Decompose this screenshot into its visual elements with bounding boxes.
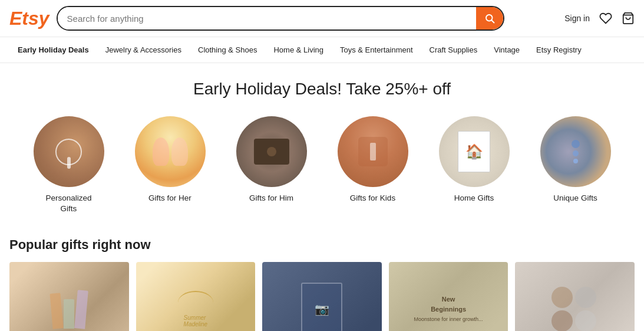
category-personalized-label: PersonalizedGifts	[45, 193, 91, 214]
product-bookmarks-image	[9, 262, 129, 331]
nav-item-clothing[interactable]: Clothing & Shoes	[190, 37, 265, 63]
gift-categories: PersonalizedGifts Gifts for Her Gifts fo…	[0, 104, 644, 231]
nav-item-toys[interactable]: Toys & Entertainment	[332, 37, 421, 63]
main-nav: Early Holiday Deals Jewelry & Accessorie…	[0, 37, 644, 63]
category-personalized-image	[34, 116, 104, 187]
wishlist-button[interactable]	[599, 12, 612, 25]
category-gifts-him-label: Gifts for Him	[249, 193, 293, 204]
wallet-decoration	[254, 139, 289, 165]
header-actions: Sign in	[564, 12, 635, 25]
sign-in-button[interactable]: Sign in	[564, 14, 590, 23]
nav-item-jewelry[interactable]: Jewelry & Accessories	[97, 37, 190, 63]
product-card-bookmarks[interactable]	[9, 262, 129, 331]
nav-item-home-living[interactable]: Home & Living	[265, 37, 332, 63]
product-frame-image: 📷	[262, 262, 382, 331]
category-home-gifts[interactable]: 🏠 Home Gifts	[433, 116, 516, 214]
nav-item-craft[interactable]: Craft Supplies	[421, 37, 486, 63]
banner-title: Early Holiday Deals! Take 25%+ off	[9, 80, 635, 99]
category-gifts-her-label: Gifts for Her	[148, 193, 191, 204]
category-unique-gifts-image	[540, 116, 611, 187]
promo-banner: Early Holiday Deals! Take 25%+ off	[0, 63, 644, 104]
header: Etsy Sign in	[0, 0, 644, 37]
product-card-coasters[interactable]: ▶	[515, 262, 635, 331]
nav-item-registry[interactable]: Etsy Registry	[528, 37, 590, 63]
search-button[interactable]	[476, 7, 503, 30]
category-unique-gifts-label: Unique Gifts	[553, 193, 597, 204]
etsy-logo[interactable]: Etsy	[9, 8, 49, 30]
svg-point-0	[486, 15, 493, 21]
popular-section: Popular gifts right now SummerMadeline	[0, 231, 644, 331]
cart-button[interactable]	[622, 12, 635, 25]
cart-icon	[622, 12, 635, 25]
category-gifts-kids-image	[338, 116, 408, 187]
category-gifts-him[interactable]: Gifts for Him	[230, 116, 313, 214]
category-gifts-her-image	[135, 116, 206, 187]
product-card-crystal[interactable]: NewBeginnings Moonstone for inner growth…	[389, 262, 508, 331]
product-card-photo-frame[interactable]: 📷 ▶	[262, 262, 382, 331]
product-crystal-image: NewBeginnings Moonstone for inner growth…	[389, 262, 508, 331]
art-decoration: 🏠	[458, 131, 490, 172]
category-personalized[interactable]: PersonalizedGifts	[28, 116, 110, 214]
category-unique-gifts[interactable]: Unique Gifts	[534, 116, 617, 214]
product-coasters-image	[515, 262, 635, 331]
search-icon	[484, 13, 495, 24]
category-gifts-kids-label: Gifts for Kids	[350, 193, 395, 204]
category-gifts-him-image	[236, 116, 307, 187]
heart-icon	[599, 12, 612, 25]
product-necklace-image: SummerMadeline	[136, 262, 256, 331]
category-home-gifts-image: 🏠	[439, 116, 510, 187]
search-bar	[57, 6, 504, 31]
category-home-gifts-label: Home Gifts	[454, 193, 494, 204]
svg-line-1	[491, 21, 494, 23]
nav-item-early-holiday[interactable]: Early Holiday Deals	[9, 37, 97, 63]
search-input[interactable]	[58, 7, 476, 30]
product-card-necklace[interactable]: SummerMadeline	[136, 262, 256, 331]
category-gifts-kids[interactable]: Gifts for Kids	[332, 116, 414, 214]
popular-section-title: Popular gifts right now	[9, 237, 635, 253]
category-gifts-her[interactable]: Gifts for Her	[129, 116, 212, 214]
nav-item-vintage[interactable]: Vintage	[486, 37, 528, 63]
product-grid: SummerMadeline 📷 ▶ NewBeginnings Moonsto…	[9, 262, 635, 331]
